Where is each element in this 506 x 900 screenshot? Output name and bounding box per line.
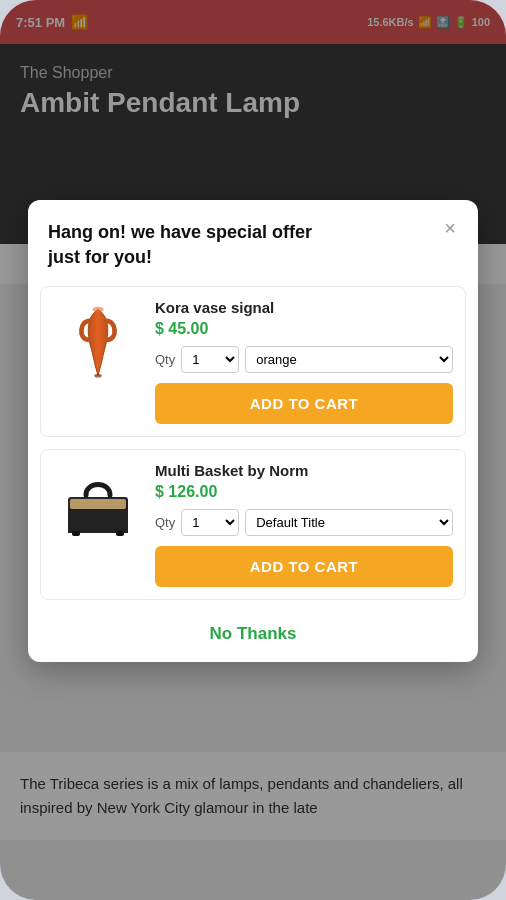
product-price-1: $ 45.00 — [155, 320, 453, 338]
svg-rect-3 — [70, 499, 126, 509]
add-to-cart-button-2[interactable]: ADD TO CART — [155, 546, 453, 587]
phone-frame: 7:51 PM 📶 15.6KB/s 📶 🔝 🔋 100 The Shopper… — [0, 0, 506, 900]
product-card-1: Kora vase signal $ 45.00 Qty 1 2 3 orang… — [40, 286, 466, 437]
product-controls-2: Qty 1 2 3 Default Title — [155, 509, 453, 536]
svg-point-0 — [92, 307, 103, 313]
add-to-cart-button-1[interactable]: ADD TO CART — [155, 383, 453, 424]
special-offer-modal: Hang on! we have special offer just for … — [28, 200, 478, 662]
no-thanks-section: No Thanks — [28, 612, 478, 662]
vase-svg — [63, 302, 133, 387]
qty-label-1: Qty — [155, 352, 175, 367]
basket-svg — [58, 467, 138, 547]
product-card-2: Multi Basket by Norm $ 126.00 Qty 1 2 3 … — [40, 449, 466, 600]
product-image-1 — [53, 299, 143, 389]
svg-point-1 — [94, 374, 102, 378]
variant-select-1[interactable]: orange red blue — [245, 346, 453, 373]
product-image-2 — [53, 462, 143, 552]
qty-select-2[interactable]: 1 2 3 — [181, 509, 239, 536]
modal-title: Hang on! we have special offer just for … — [48, 220, 438, 270]
svg-rect-5 — [72, 531, 80, 536]
product-controls-1: Qty 1 2 3 orange red blue — [155, 346, 453, 373]
no-thanks-button[interactable]: No Thanks — [210, 624, 297, 644]
product-price-2: $ 126.00 — [155, 483, 453, 501]
qty-label-2: Qty — [155, 515, 175, 530]
product-name-1: Kora vase signal — [155, 299, 453, 316]
variant-select-2[interactable]: Default Title — [245, 509, 453, 536]
qty-select-1[interactable]: 1 2 3 — [181, 346, 239, 373]
product-inner-2: Multi Basket by Norm $ 126.00 Qty 1 2 3 … — [53, 462, 453, 587]
product-inner-1: Kora vase signal $ 45.00 Qty 1 2 3 orang… — [53, 299, 453, 424]
product-info-1: Kora vase signal $ 45.00 Qty 1 2 3 orang… — [155, 299, 453, 424]
modal-close-button[interactable]: × — [438, 216, 462, 240]
product-name-2: Multi Basket by Norm — [155, 462, 453, 479]
svg-rect-6 — [116, 531, 124, 536]
product-info-2: Multi Basket by Norm $ 126.00 Qty 1 2 3 … — [155, 462, 453, 587]
modal-header: Hang on! we have special offer just for … — [28, 200, 478, 282]
svg-rect-4 — [68, 509, 128, 533]
